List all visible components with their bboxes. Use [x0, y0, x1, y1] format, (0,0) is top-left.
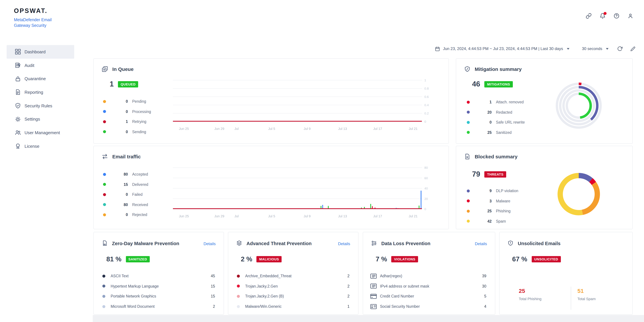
atp-percent: 2 % — [241, 256, 252, 263]
scroll-track[interactable] — [93, 315, 644, 322]
item-value: 15 — [211, 284, 215, 288]
legend-label: Spam — [496, 219, 518, 223]
details-link[interactable]: Details — [338, 242, 350, 246]
total-phishing-stat: 25 Total Phishing — [519, 288, 571, 301]
id-card-icon — [370, 304, 377, 309]
legend-dot — [103, 213, 106, 216]
svg-text:Jul 17: Jul 17 — [373, 214, 382, 218]
arrows-exchange-icon — [102, 154, 108, 160]
credit-card-icon — [370, 294, 377, 299]
sidebar-item-user-management[interactable]: User Management — [7, 126, 74, 139]
list-item: Trojan.Jacky.2.Gen (B)2 — [236, 291, 350, 301]
legend-item: 25Sanitized — [467, 128, 525, 138]
help-icon[interactable] — [614, 13, 620, 19]
legend-dot — [467, 121, 470, 124]
item-dot — [237, 305, 240, 308]
legend-dot — [467, 111, 470, 114]
details-link[interactable]: Details — [204, 242, 216, 246]
account-person-icon[interactable] — [628, 13, 634, 19]
sidebar-item-reporting[interactable]: Reporting — [7, 86, 74, 99]
item-label: Portable Network Graphics — [111, 294, 208, 298]
refresh-interval-selector[interactable]: 30 seconds — [582, 46, 602, 51]
document-icon — [15, 89, 21, 95]
legend-label: Sending — [132, 130, 151, 134]
legend-item: 0Failed — [103, 190, 148, 200]
svg-text:0: 0 — [424, 208, 426, 211]
item-value: 39 — [482, 274, 486, 278]
legend-dot — [103, 130, 106, 133]
edit-pencil-icon[interactable] — [630, 46, 636, 51]
list-item: Adhar(regex)39 — [370, 271, 486, 281]
sidebar-item-label: Security Rules — [24, 103, 52, 108]
item-value: 2 — [347, 284, 350, 288]
stat-value: 25 — [519, 288, 571, 294]
legend-item: 42Spam — [467, 216, 518, 226]
details-link[interactable]: Details — [475, 242, 487, 246]
date-range-selector[interactable]: Jun 23, 2024, 4:44:53 PM ~ Jul 23, 2024,… — [443, 46, 563, 51]
legend-dot — [467, 101, 470, 104]
sidebar-item-settings[interactable]: Settings — [7, 112, 74, 126]
legend-value: 20 — [474, 110, 492, 114]
item-label: Credit Card Number — [380, 294, 481, 298]
list-item: Microsoft Word Document2 — [101, 302, 215, 312]
topbar-actions — [586, 13, 634, 19]
sidebar-item-quarantine[interactable]: Quarantine — [7, 72, 74, 86]
mitigation-legend: 1Attach. removed 20Redacted 0Safe URL re… — [467, 97, 525, 138]
data-loss-prevention-card: Data Loss Prevention Details 7 % VIOLATI… — [363, 232, 495, 315]
total-spam-stat: 51 Total Spam — [578, 288, 630, 301]
notifications-bell-icon[interactable] — [600, 13, 606, 19]
item-label: IPv4 address or subnet mask — [380, 284, 479, 288]
card-title: In Queue — [112, 66, 134, 72]
chevron-down-icon[interactable] — [606, 48, 608, 50]
shield-check-icon — [15, 103, 21, 109]
status-badge: UNSOLICITED — [532, 256, 561, 262]
dlp-percent: 7 % — [376, 256, 387, 263]
status-badge: MALICIOUS — [256, 256, 282, 262]
in-queue-card: In Queue 1 QUEUED 0Pending 0Processing 1… — [94, 58, 449, 144]
unsolicited-stats: 25 Total Phishing 51 Total Spam — [519, 288, 630, 310]
legend-item: 15Delivered — [103, 180, 148, 190]
refresh-icon[interactable] — [617, 46, 622, 51]
legend-item: 0Rejected — [103, 210, 148, 220]
workflow-icon — [371, 240, 377, 246]
sidebar-item-audit[interactable]: Audit — [7, 58, 74, 72]
item-label: Adhar(regex) — [380, 274, 479, 278]
sidebar-item-label: Audit — [24, 63, 34, 68]
in-queue-legend: 0Pending 0Processing 1Retrying 0Sending — [103, 96, 151, 137]
status-badge: QUEUED — [118, 81, 138, 87]
sidebar-item-license[interactable]: License — [7, 140, 74, 153]
legend-item: 1Retrying — [103, 116, 151, 127]
svg-text:Jul 21: Jul 21 — [409, 214, 418, 218]
sidebar-item-security-rules[interactable]: Security Rules — [7, 99, 74, 112]
chevron-down-icon[interactable] — [567, 48, 569, 50]
unsolicited-percent: 67 % — [512, 256, 527, 263]
sidebar-item-label: User Management — [24, 130, 60, 135]
shield-alert-icon — [508, 240, 514, 246]
legend-dot — [103, 183, 106, 186]
sidebar-item-dashboard[interactable]: Dashboard — [7, 45, 74, 58]
in-queue-chart: 10.80.60.40.20Jun 25Jun 29JulJul 5Jul 9J… — [172, 78, 434, 135]
svg-text:Jul 5: Jul 5 — [268, 214, 275, 218]
legend-label: Pending — [132, 100, 151, 104]
legend-label: Safe URL rewrite — [496, 120, 525, 124]
zero-day-percent: 81 % — [106, 256, 122, 263]
legend-label: Phishing — [496, 209, 518, 213]
legend-value: 0 — [111, 193, 128, 196]
legend-dot — [103, 193, 106, 196]
stat-label: Total Spam — [578, 297, 630, 301]
legend-dot — [103, 100, 106, 103]
link-icon[interactable] — [586, 13, 592, 19]
dlp-items: Adhar(regex)39 IPv4 address or subnet ma… — [370, 271, 486, 312]
sidebar-item-label: Reporting — [24, 90, 43, 95]
brand-product-name: MetaDefender Email Gateway Security — [14, 17, 52, 28]
calendar-icon — [435, 46, 440, 51]
legend-value: 1 — [111, 120, 128, 124]
item-value: 2 — [347, 294, 350, 298]
item-dot — [237, 295, 240, 298]
legend-value: 9 — [474, 189, 492, 193]
file-x-icon — [464, 154, 470, 160]
notification-dot — [604, 12, 606, 15]
svg-text:Jul 13: Jul 13 — [338, 214, 347, 218]
status-badge: MITIGATIONS — [484, 81, 513, 87]
blocked-legend: 9DLP violation 3Malware 25Phishing 42Spa… — [467, 186, 518, 226]
